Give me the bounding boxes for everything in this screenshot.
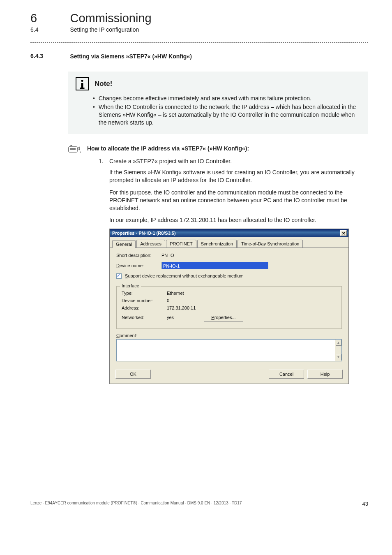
dialog-button-row: OK Cancel Help (110, 365, 348, 384)
footer-text: Lenze · E94AYCER communication module (P… (30, 501, 242, 507)
support-replacement-row[interactable]: Support device replacement without excha… (116, 273, 342, 279)
chapter-title: Commissioning (70, 12, 151, 25)
tab-general[interactable]: General (112, 240, 136, 248)
dialog-titlebar[interactable]: Properties - PN-IO-1 (R0/S3.5) ✕ (110, 229, 348, 237)
interface-networked-value: yes (167, 315, 204, 320)
note-title: Note! (95, 80, 112, 88)
tab-profinet[interactable]: PROFINET (166, 240, 196, 247)
howto-heading-row: How to allocate the IP address via »STEP… (68, 144, 368, 154)
subsection-title: Setting the IP configuration (70, 26, 139, 33)
howto-heading: How to allocate the IP address via »STEP… (87, 145, 249, 152)
step-text: Create a »STEP7« project with an IO Cont… (109, 158, 232, 164)
close-icon[interactable]: ✕ (340, 230, 347, 236)
support-replacement-label: Support device replacement without excha… (125, 273, 244, 278)
page-number: 43 (362, 501, 368, 507)
device-name-row: Device name: PN-IO-1 (116, 262, 342, 269)
properties-dialog: Properties - PN-IO-1 (R0/S3.5) ✕ General… (109, 229, 349, 384)
subsection-heading: 6.4 Setting the IP configuration (30, 26, 368, 33)
tab-body-general: Short description: PN-IO Device name: PN… (110, 248, 348, 366)
section-heading: 6.4.3 Setting via Siemens »STEP7« (»HW K… (30, 53, 368, 60)
subsection-number: 6.4 (30, 26, 68, 33)
scroll-up-icon[interactable]: ▲ (336, 340, 341, 346)
step-item: 1. Create a »STEP7« project with an IO C… (99, 157, 368, 165)
step-paragraph: In our example, IP address 172.31.200.11… (109, 216, 368, 224)
comment-label: Comment: (116, 333, 342, 338)
note-bullets: Changes become effective immediately and… (93, 95, 361, 127)
ok-button[interactable]: OK (115, 370, 151, 379)
properties-button[interactable]: Properties... (204, 313, 243, 322)
short-description-row: Short description: PN-IO (116, 253, 342, 258)
step-paragraph: For this purpose, the IO controller and … (109, 189, 368, 213)
rule-divider (30, 42, 368, 43)
short-description-value: PN-IO (161, 253, 174, 258)
chapter-number: 6 (30, 12, 68, 25)
note-bullet: Changes become effective immediately and… (93, 95, 361, 102)
help-button[interactable]: Help (307, 370, 343, 379)
interface-address-label: Address: (122, 305, 167, 310)
tab-strip: General Addresses PROFINET Synchronizati… (110, 237, 348, 248)
section-number: 6.4.3 (30, 53, 68, 59)
instruction-icon (68, 144, 83, 154)
interface-devnum-value: 0 (167, 298, 169, 303)
interface-address-value: 172.31.200.11 (167, 305, 196, 310)
interface-type-value: Ethernet (167, 291, 184, 296)
interface-devnum-label: Device number: (122, 298, 167, 303)
step-paragraph: If the Siemens »HW Konfig« software is u… (109, 169, 368, 185)
interface-type-label: Type: (122, 291, 167, 296)
short-description-label: Short description: (116, 253, 161, 258)
tab-timeofday-sync[interactable]: Time-of-Day Synchronization (238, 240, 303, 247)
note-box: Note! Changes become effective immediate… (68, 72, 368, 134)
page-footer: Lenze · E94AYCER communication module (P… (30, 501, 368, 507)
dialog-title: Properties - PN-IO-1 (R0/S3.5) (112, 231, 176, 236)
step-list: 1. Create a »STEP7« project with an IO C… (99, 157, 368, 165)
interface-legend: Interface (120, 283, 141, 288)
tab-addresses[interactable]: Addresses (136, 240, 165, 247)
tab-synchronization[interactable]: Synchronization (197, 240, 237, 247)
step-body: If the Siemens »HW Konfig« software is u… (109, 169, 368, 224)
device-name-field[interactable]: PN-IO-1 (161, 262, 268, 269)
chapter-heading: 6 Commissioning (30, 12, 368, 25)
info-icon (76, 77, 89, 90)
note-bullet: When the IO Controller is connected to t… (93, 103, 361, 127)
step-number: 1. (99, 157, 104, 165)
scroll-down-icon[interactable]: ▼ (336, 354, 341, 360)
scrollbar[interactable]: ▲ ▼ (335, 340, 341, 361)
section-title: Setting via Siemens »STEP7« (»HW Konfig«… (70, 53, 191, 60)
interface-networked-label: Networked: (122, 315, 167, 320)
interface-groupbox: Interface Type: Ethernet Device number: … (116, 286, 342, 329)
device-name-label: Device name: (116, 263, 161, 268)
checkbox-icon[interactable] (116, 273, 122, 279)
cancel-button[interactable]: Cancel (269, 370, 304, 379)
comment-textarea[interactable]: ▲ ▼ (116, 339, 342, 361)
